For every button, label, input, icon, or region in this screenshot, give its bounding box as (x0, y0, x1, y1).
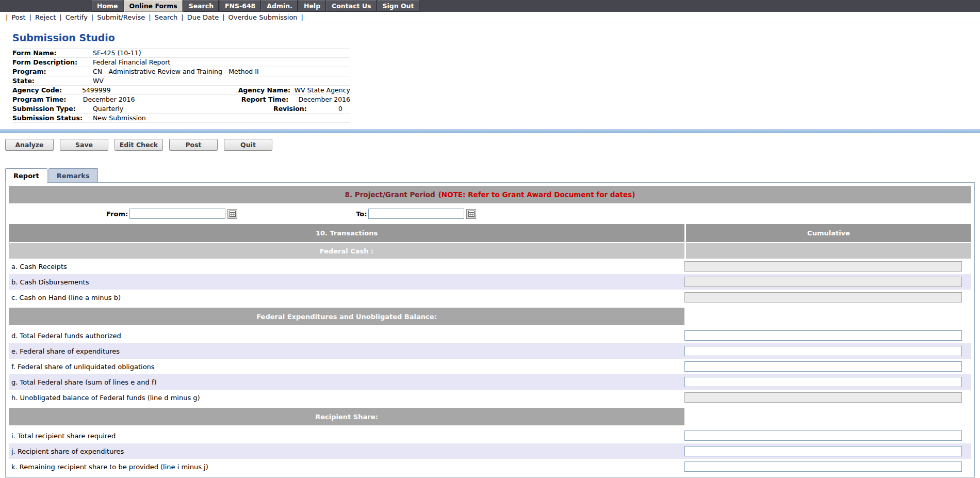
from-calendar-button[interactable] (227, 209, 237, 219)
revision-label: Revision: (273, 105, 338, 113)
info-row: Program:CN - Administrative Review and T… (12, 67, 350, 76)
row-label: j. Recipient share of expenditures (9, 448, 684, 455)
calendar-icon (230, 211, 236, 217)
grant-period-title: 8. Project/Grant Period (345, 190, 435, 199)
edit-check-button[interactable]: Edit Check (115, 139, 163, 151)
row-e-federal-share-of-expenditures: e. Federal share of expenditures (9, 343, 971, 359)
menu-item-search[interactable]: Search (155, 13, 178, 21)
row-input-cell (684, 377, 971, 387)
info-row: Submission Type:QuarterlyRevision:0 (12, 104, 350, 114)
info-row: State:WV (12, 76, 350, 86)
section-header-cell-right (686, 243, 971, 259)
quit-button[interactable]: Quit (224, 139, 272, 151)
row-input-cell (684, 330, 971, 341)
row-input-cell (684, 346, 971, 356)
row-label: a. Cash Receipts (9, 263, 684, 270)
form-description-value: Federal Financial Report (93, 58, 273, 66)
grant-period-dates: From: To: (9, 203, 971, 224)
c-cash-on-hand-line-a-minus-b-input (684, 292, 962, 302)
agency-name-label: Agency Name: (238, 86, 295, 94)
row-label: g. Total Federal share (sum of lines e a… (9, 378, 684, 386)
row-b-cash-disbursements: b. Cash Disbursements (9, 274, 971, 290)
menu-item-due-date[interactable]: Due Date (187, 13, 219, 21)
info-row: Program Time:December 2016Report Time:De… (12, 95, 350, 104)
j-recipient-share-of-expenditures-input[interactable] (684, 446, 962, 456)
f-federal-share-of-unliquidated-obligations-input[interactable] (684, 361, 962, 372)
tab-bar: ReportRemarks (5, 168, 980, 182)
to-calendar-button[interactable] (466, 209, 476, 219)
transactions-title: 10. Transactions (9, 224, 684, 242)
e-federal-share-of-expenditures-input[interactable] (684, 346, 962, 356)
section-row-federal-cash: Federal Cash : (9, 243, 971, 259)
from-date-input[interactable] (129, 209, 225, 219)
report-time-value: December 2016 (298, 95, 350, 103)
info-row: Agency Code:5499999Agency Name:WV State … (12, 86, 350, 95)
post-button[interactable]: Post (169, 139, 218, 151)
h-unobligated-balance-of-federal-funds-line-d-minus-g-input (684, 392, 962, 403)
nav-admin[interactable]: Admin. (262, 0, 298, 12)
nav-online-forms[interactable]: Online Forms (124, 0, 183, 12)
nav-help[interactable]: Help (299, 0, 325, 12)
row-i-total-recipient-share-required: i. Total recipient share required (9, 428, 971, 443)
revision-value: 0 (338, 105, 342, 113)
row-input-cell (684, 261, 971, 272)
menubar-separator: | (59, 13, 61, 21)
menu-item-overdue-submission[interactable]: Overdue Submission (228, 13, 298, 21)
calendar-icon (468, 211, 475, 217)
analyze-button[interactable]: Analyze (5, 139, 54, 151)
nav-search[interactable]: Search (184, 0, 219, 12)
row-j-recipient-share-of-expenditures: j. Recipient share of expenditures (9, 443, 971, 459)
program-time-value: December 2016 (83, 95, 241, 103)
menu-item-reject[interactable]: Reject (35, 13, 56, 21)
to-label: To: (356, 210, 367, 218)
nav-sign-out[interactable]: Sign Out (378, 0, 419, 12)
d-total-federal-funds-authorized-input[interactable] (684, 330, 962, 341)
state-value: WV (93, 77, 273, 85)
submission-status-label: Submission Status: (12, 114, 93, 122)
row-f-federal-share-of-unliquidated-obligations: f. Federal share of unliquidated obligat… (9, 359, 971, 374)
report-time-label: Report Time: (241, 95, 299, 103)
row-label: f. Federal share of unliquidated obligat… (9, 363, 684, 371)
nav-fns-648[interactable]: FNS-648 (220, 0, 260, 12)
menubar-separator: | (91, 13, 93, 21)
section-row-recipient-share: Recipient Share: (9, 408, 971, 425)
info-row: Form Name:SF-425 (10-11) (12, 49, 350, 58)
row-input-cell (684, 446, 971, 456)
row-h-unobligated-balance-of-federal-funds-line-d-minus-g: h. Unobligated balance of Federal funds … (9, 390, 971, 405)
submission-type-label: Submission Type: (12, 105, 93, 113)
menu-item-post[interactable]: Post (11, 13, 25, 21)
row-c-cash-on-hand-line-a-minus-b: c. Cash on Hand (line a minus b) (9, 290, 971, 305)
row-input-cell (684, 292, 971, 302)
row-label: e. Federal share of expenditures (9, 347, 684, 355)
form-description-label: Form Description: (12, 58, 93, 66)
row-label: d. Total Federal funds authorized (9, 332, 684, 340)
from-label: From: (106, 210, 128, 218)
row-a-cash-receipts: a. Cash Receipts (9, 259, 971, 274)
menubar-separator: | (29, 13, 31, 21)
program-value: CN - Administrative Review and Training … (93, 68, 273, 75)
action-bar: AnalyzeSaveEdit CheckPostQuit (5, 139, 980, 151)
agency-code-label: Agency Code: (12, 86, 82, 94)
k-remaining-recipient-share-to-be-provided-line-i-minus-j-input[interactable] (684, 461, 962, 472)
save-button[interactable]: Save (60, 139, 108, 151)
section-header-recipient-share: Recipient Share: (9, 408, 684, 425)
g-total-federal-share-sum-of-lines-e-and-f-input[interactable] (684, 377, 962, 387)
form-info-table: Form Name:SF-425 (10-11)Form Description… (12, 48, 350, 123)
page-title: Submission Studio (12, 32, 980, 43)
to-date-input[interactable] (368, 209, 464, 219)
row-label: b. Cash Disbursements (9, 278, 684, 286)
b-cash-disbursements-input (684, 277, 962, 287)
menu-item-submit-revise[interactable]: Submit/Revise (97, 13, 145, 21)
section-header-federal-expenditures-and-unobligated-balance: Federal Expenditures and Unobligated Bal… (9, 308, 684, 325)
program-time-label: Program Time: (12, 95, 83, 103)
nav-contact-us[interactable]: Contact Us (326, 0, 376, 12)
tab-report[interactable]: Report (5, 168, 47, 183)
row-label: k. Remaining recipient share to be provi… (9, 463, 684, 471)
submission-status-value: New Submission (93, 114, 273, 122)
row-label: c. Cash on Hand (line a minus b) (9, 294, 684, 301)
transactions-body: Federal Cash :a. Cash Receiptsb. Cash Di… (9, 243, 971, 474)
menu-item-certify[interactable]: Certify (66, 13, 88, 21)
i-total-recipient-share-required-input[interactable] (684, 431, 962, 441)
nav-home[interactable]: Home (92, 0, 123, 12)
tab-remarks[interactable]: Remarks (48, 168, 98, 183)
